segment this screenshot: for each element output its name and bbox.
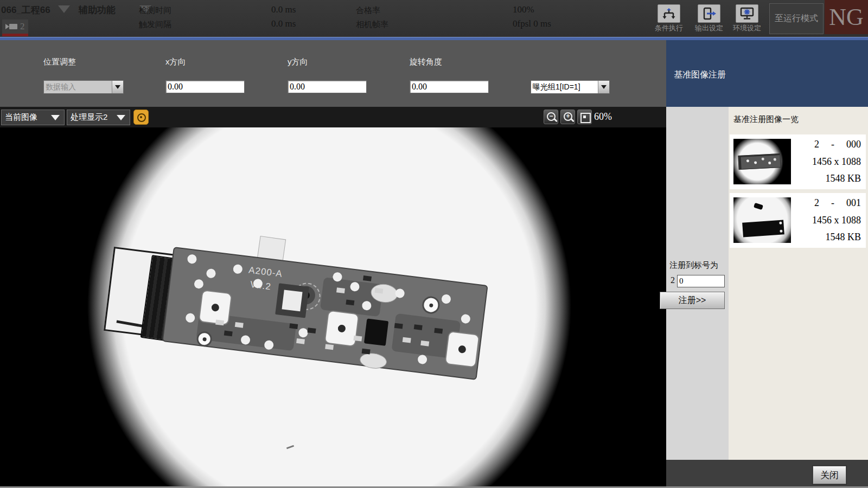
pcb-resistor xyxy=(289,323,298,329)
register-target-index: 2 xyxy=(671,275,675,285)
pcb-resistor xyxy=(362,349,371,355)
position-adjust-panel: 位置调整 数据输入 x方向 y方向 旋转角度 曝光组1[ID=1] xyxy=(0,40,666,107)
pcb-resistor xyxy=(403,337,411,343)
monitor-gear-icon xyxy=(736,4,758,23)
image-source-select[interactable]: 当前图像 xyxy=(1,110,65,125)
pcb-pad xyxy=(441,294,451,304)
register-button[interactable]: 注册>> xyxy=(660,292,725,309)
environment-settings-button[interactable] xyxy=(736,4,758,23)
stat-label: 触发间隔 xyxy=(139,20,171,30)
pcb-resistor xyxy=(394,323,403,329)
pcb-pad xyxy=(417,354,427,364)
pcb-resistor xyxy=(224,331,233,337)
zoom-fit-button[interactable] xyxy=(577,110,592,124)
pcb-resistor xyxy=(346,300,354,306)
item-num: 001 xyxy=(846,197,861,209)
list-item[interactable]: 2 - 001 1456 x 1088 1548 KB xyxy=(730,193,866,248)
item-id: 2 xyxy=(814,197,819,209)
stat-label: 检测时间 xyxy=(139,5,171,16)
item-size: 1456 x 1088 xyxy=(795,156,861,168)
exposure-group-select[interactable]: 曝光组1[ID=1] xyxy=(531,80,610,94)
stat-value: 100% xyxy=(513,4,534,15)
pcb-resistor xyxy=(325,344,334,350)
vision-app-window: 066_工程66 辅助功能 2 检测时间 0.0 ms 触发间隔 0.0 ms … xyxy=(0,0,868,488)
display-mode-value: 处理显示2 xyxy=(67,112,117,123)
y-direction-input[interactable] xyxy=(288,80,367,93)
pcb-resistor xyxy=(434,328,443,334)
stat-value: 0fpsl 0 ms xyxy=(513,18,551,29)
item-sep: - xyxy=(831,139,834,150)
pcb-resistor xyxy=(420,341,429,346)
top-bar: 066_工程66 辅助功能 2 检测时间 0.0 ms 触发间隔 0.0 ms … xyxy=(0,0,868,37)
pcb-resistor xyxy=(215,320,224,326)
viewer-toolbar: 当前图像 处理显示2 − + 60% xyxy=(0,107,666,127)
camera-icon xyxy=(5,24,9,29)
pcb-resistor xyxy=(374,288,383,294)
register-number-input[interactable] xyxy=(677,275,725,287)
x-direction-input[interactable] xyxy=(165,80,245,93)
chevron-down-icon[interactable] xyxy=(598,81,609,93)
pcb-resistor xyxy=(296,338,305,344)
fit-screen-icon xyxy=(580,113,591,123)
reference-thumbnail xyxy=(733,197,791,243)
pcb-resistor xyxy=(414,324,423,330)
chevron-down-icon xyxy=(58,5,70,13)
item-num: 000 xyxy=(846,139,861,150)
display-mode-select[interactable]: 处理显示2 xyxy=(67,110,130,125)
chevron-down-icon[interactable] xyxy=(112,81,123,93)
pcb-pad xyxy=(461,314,471,324)
chevron-down-icon xyxy=(117,115,125,120)
output-settings-label: 输出设定 xyxy=(690,23,728,33)
pcb-button xyxy=(444,331,480,368)
list-item[interactable]: 2 - 000 1456 x 1088 1548 KB xyxy=(730,134,866,189)
environment-settings-label: 环境设定 xyxy=(728,23,766,33)
run-mode-button[interactable]: 至运行模式 xyxy=(769,3,824,34)
pcb-chip xyxy=(275,283,309,318)
rotation-angle-label: 旋转角度 xyxy=(410,57,442,67)
stat-value: 0.0 ms xyxy=(271,4,296,15)
reference-thumbnail xyxy=(733,139,791,184)
position-source-value: 数据输入 xyxy=(44,82,112,92)
thumb-pcb-strip xyxy=(738,153,781,170)
export-icon xyxy=(698,4,720,23)
output-settings-button[interactable] xyxy=(698,4,720,23)
zoom-in-button[interactable]: + xyxy=(560,110,575,124)
stat-value: 0.0 ms xyxy=(271,18,296,29)
pcb-resistor xyxy=(363,275,372,281)
pcb-ring-pad xyxy=(422,296,441,315)
pcb-pad xyxy=(206,268,216,279)
chevron-down-icon xyxy=(51,115,60,120)
zoom-out-button[interactable]: − xyxy=(544,110,558,124)
thumb-blob xyxy=(754,203,763,210)
pcb-ic xyxy=(364,318,388,346)
pcb-button xyxy=(198,290,232,325)
stat-label: 相机帧率 xyxy=(356,20,388,30)
camera-image-canvas[interactable]: A200-A V4.2 xyxy=(0,127,666,486)
item-id: 2 xyxy=(814,139,819,150)
rotation-angle-input[interactable] xyxy=(410,80,489,93)
aux-menu-label: 辅助功能 xyxy=(79,4,116,16)
pcb-button xyxy=(324,310,359,348)
exposure-group-value: 曝光组1[ID=1] xyxy=(531,82,598,92)
pcb-resistor xyxy=(308,328,316,333)
camera-badge[interactable]: 2 xyxy=(2,20,28,34)
close-button[interactable]: 关闭 xyxy=(813,466,846,484)
camera-count: 2 xyxy=(20,21,25,32)
live-camera-button[interactable] xyxy=(133,110,149,125)
pcb-resistor xyxy=(336,287,345,293)
camera-badge-underline xyxy=(2,34,28,36)
register-target-label: 注册到标号为 xyxy=(669,260,718,271)
condition-exec-button[interactable] xyxy=(658,4,680,23)
reference-register-header-panel: 基准图像注册 xyxy=(666,40,868,107)
footer-bar: 关闭 xyxy=(666,460,868,488)
pcb-pad xyxy=(194,279,204,289)
y-direction-label: y方向 xyxy=(288,57,308,67)
position-adjust-label: 位置调整 xyxy=(43,57,76,67)
pcb-board: A200-A V4.2 xyxy=(162,247,488,380)
register-column: 注册到标号为 2 注册>> xyxy=(666,107,729,460)
item-size: 1456 x 1088 xyxy=(795,215,861,226)
x-direction-label: x方向 xyxy=(165,57,186,67)
project-menu[interactable]: 066_工程66 xyxy=(1,4,70,16)
pcb-resistor xyxy=(353,336,362,342)
position-source-select[interactable]: 数据输入 xyxy=(43,80,124,94)
